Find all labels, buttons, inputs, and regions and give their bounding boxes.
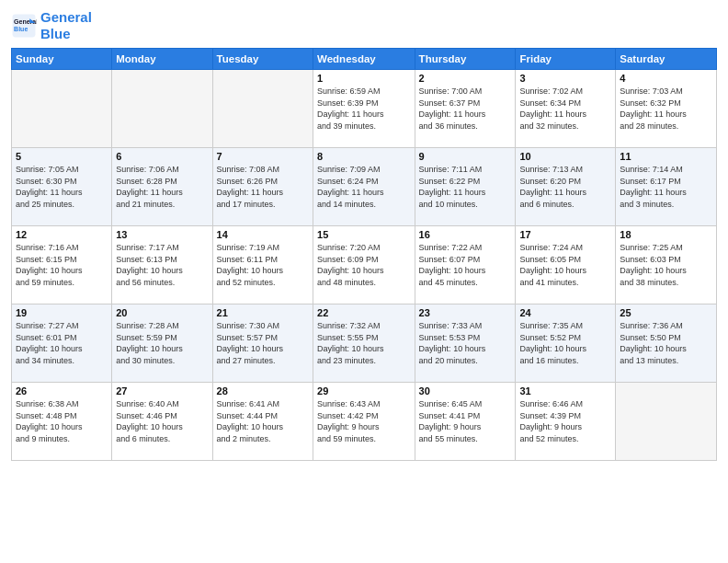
logo: General Blue GeneralBlue	[11, 9, 92, 42]
day-info: Sunrise: 7:25 AM Sunset: 6:03 PM Dayligh…	[620, 242, 712, 288]
day-number: 22	[317, 307, 411, 318]
weekday-header-tuesday: Tuesday	[212, 49, 313, 70]
day-info: Sunrise: 7:36 AM Sunset: 5:50 PM Dayligh…	[620, 320, 712, 366]
day-number: 4	[620, 73, 712, 84]
day-number: 17	[519, 229, 611, 240]
calendar-cell	[212, 70, 313, 148]
day-info: Sunrise: 7:06 AM Sunset: 6:28 PM Dayligh…	[116, 164, 208, 210]
day-info: Sunrise: 6:41 AM Sunset: 4:44 PM Dayligh…	[217, 398, 309, 444]
calendar-week-1: 1Sunrise: 6:59 AM Sunset: 6:39 PM Daylig…	[12, 70, 717, 148]
day-number: 12	[16, 229, 108, 240]
day-info: Sunrise: 6:45 AM Sunset: 4:41 PM Dayligh…	[419, 398, 512, 444]
day-number: 19	[16, 307, 108, 318]
day-info: Sunrise: 7:09 AM Sunset: 6:24 PM Dayligh…	[317, 164, 411, 210]
day-info: Sunrise: 7:14 AM Sunset: 6:17 PM Dayligh…	[620, 164, 712, 210]
calendar-cell: 11Sunrise: 7:14 AM Sunset: 6:17 PM Dayli…	[616, 148, 717, 226]
calendar-cell: 22Sunrise: 7:32 AM Sunset: 5:55 PM Dayli…	[313, 304, 415, 383]
day-info: Sunrise: 7:11 AM Sunset: 6:22 PM Dayligh…	[419, 164, 512, 210]
calendar-cell	[112, 70, 212, 148]
day-number: 20	[116, 307, 208, 318]
calendar-cell: 6Sunrise: 7:06 AM Sunset: 6:28 PM Daylig…	[112, 148, 212, 226]
calendar-cell: 7Sunrise: 7:08 AM Sunset: 6:26 PM Daylig…	[212, 148, 313, 226]
calendar-cell: 14Sunrise: 7:19 AM Sunset: 6:11 PM Dayli…	[212, 226, 313, 304]
day-info: Sunrise: 6:59 AM Sunset: 6:39 PM Dayligh…	[317, 86, 411, 132]
day-number: 29	[317, 385, 411, 396]
day-number: 13	[116, 229, 208, 240]
day-number: 16	[419, 229, 512, 240]
calendar-cell: 5Sunrise: 7:05 AM Sunset: 6:30 PM Daylig…	[12, 148, 112, 226]
day-info: Sunrise: 7:03 AM Sunset: 6:32 PM Dayligh…	[620, 86, 712, 132]
day-info: Sunrise: 7:35 AM Sunset: 5:52 PM Dayligh…	[519, 320, 611, 366]
day-number: 5	[16, 151, 108, 162]
calendar-cell: 12Sunrise: 7:16 AM Sunset: 6:15 PM Dayli…	[12, 226, 112, 304]
calendar-cell: 4Sunrise: 7:03 AM Sunset: 6:32 PM Daylig…	[616, 70, 717, 148]
calendar-week-3: 12Sunrise: 7:16 AM Sunset: 6:15 PM Dayli…	[12, 226, 717, 304]
day-number: 6	[116, 151, 208, 162]
day-info: Sunrise: 7:19 AM Sunset: 6:11 PM Dayligh…	[217, 242, 309, 288]
calendar-cell: 29Sunrise: 6:43 AM Sunset: 4:42 PM Dayli…	[313, 383, 415, 461]
day-info: Sunrise: 7:13 AM Sunset: 6:20 PM Dayligh…	[519, 164, 611, 210]
day-info: Sunrise: 6:40 AM Sunset: 4:46 PM Dayligh…	[116, 398, 208, 444]
day-number: 27	[116, 385, 208, 396]
calendar-table: SundayMondayTuesdayWednesdayThursdayFrid…	[11, 48, 717, 461]
calendar-week-5: 26Sunrise: 6:38 AM Sunset: 4:48 PM Dayli…	[12, 383, 717, 461]
day-number: 14	[217, 229, 309, 240]
day-number: 18	[620, 229, 712, 240]
day-number: 15	[317, 229, 411, 240]
calendar-cell: 31Sunrise: 6:46 AM Sunset: 4:39 PM Dayli…	[516, 383, 616, 461]
day-number: 10	[519, 151, 611, 162]
day-number: 21	[217, 307, 309, 318]
day-info: Sunrise: 7:32 AM Sunset: 5:55 PM Dayligh…	[317, 320, 411, 366]
calendar-cell: 23Sunrise: 7:33 AM Sunset: 5:53 PM Dayli…	[415, 304, 516, 383]
header: General Blue GeneralBlue	[11, 9, 717, 42]
day-info: Sunrise: 7:33 AM Sunset: 5:53 PM Dayligh…	[419, 320, 512, 366]
day-info: Sunrise: 7:27 AM Sunset: 6:01 PM Dayligh…	[16, 320, 108, 366]
day-info: Sunrise: 7:05 AM Sunset: 6:30 PM Dayligh…	[16, 164, 108, 210]
calendar-cell: 24Sunrise: 7:35 AM Sunset: 5:52 PM Dayli…	[516, 304, 616, 383]
day-info: Sunrise: 7:17 AM Sunset: 6:13 PM Dayligh…	[116, 242, 208, 288]
logo-icon: General Blue	[11, 13, 37, 39]
svg-text:Blue: Blue	[14, 26, 28, 32]
calendar-cell: 10Sunrise: 7:13 AM Sunset: 6:20 PM Dayli…	[516, 148, 616, 226]
day-number: 11	[620, 151, 712, 162]
weekday-header-friday: Friday	[516, 49, 616, 70]
day-info: Sunrise: 7:20 AM Sunset: 6:09 PM Dayligh…	[317, 242, 411, 288]
calendar-cell: 3Sunrise: 7:02 AM Sunset: 6:34 PM Daylig…	[516, 70, 616, 148]
calendar-cell: 9Sunrise: 7:11 AM Sunset: 6:22 PM Daylig…	[415, 148, 516, 226]
calendar-cell: 21Sunrise: 7:30 AM Sunset: 5:57 PM Dayli…	[212, 304, 313, 383]
day-info: Sunrise: 7:30 AM Sunset: 5:57 PM Dayligh…	[217, 320, 309, 366]
calendar-cell: 2Sunrise: 7:00 AM Sunset: 6:37 PM Daylig…	[415, 70, 516, 148]
day-info: Sunrise: 7:28 AM Sunset: 5:59 PM Dayligh…	[116, 320, 208, 366]
day-info: Sunrise: 7:08 AM Sunset: 6:26 PM Dayligh…	[217, 164, 309, 210]
day-number: 25	[620, 307, 712, 318]
weekday-header-monday: Monday	[112, 49, 212, 70]
day-number: 7	[217, 151, 309, 162]
day-info: Sunrise: 7:22 AM Sunset: 6:07 PM Dayligh…	[419, 242, 512, 288]
calendar-cell: 8Sunrise: 7:09 AM Sunset: 6:24 PM Daylig…	[313, 148, 415, 226]
day-info: Sunrise: 7:24 AM Sunset: 6:05 PM Dayligh…	[519, 242, 611, 288]
calendar-cell	[12, 70, 112, 148]
calendar-cell: 16Sunrise: 7:22 AM Sunset: 6:07 PM Dayli…	[415, 226, 516, 304]
calendar-cell: 13Sunrise: 7:17 AM Sunset: 6:13 PM Dayli…	[112, 226, 212, 304]
day-number: 26	[16, 385, 108, 396]
day-number: 2	[419, 73, 512, 84]
calendar-cell: 15Sunrise: 7:20 AM Sunset: 6:09 PM Dayli…	[313, 226, 415, 304]
logo-text: GeneralBlue	[40, 9, 92, 42]
day-info: Sunrise: 6:43 AM Sunset: 4:42 PM Dayligh…	[317, 398, 411, 444]
calendar-cell: 17Sunrise: 7:24 AM Sunset: 6:05 PM Dayli…	[516, 226, 616, 304]
weekday-header-saturday: Saturday	[616, 49, 717, 70]
day-info: Sunrise: 7:02 AM Sunset: 6:34 PM Dayligh…	[519, 86, 611, 132]
calendar-cell: 25Sunrise: 7:36 AM Sunset: 5:50 PM Dayli…	[616, 304, 717, 383]
calendar-cell: 26Sunrise: 6:38 AM Sunset: 4:48 PM Dayli…	[12, 383, 112, 461]
day-info: Sunrise: 7:00 AM Sunset: 6:37 PM Dayligh…	[419, 86, 512, 132]
day-number: 9	[419, 151, 512, 162]
calendar-cell: 27Sunrise: 6:40 AM Sunset: 4:46 PM Dayli…	[112, 383, 212, 461]
day-number: 30	[419, 385, 512, 396]
calendar-cell: 28Sunrise: 6:41 AM Sunset: 4:44 PM Dayli…	[212, 383, 313, 461]
calendar-cell: 18Sunrise: 7:25 AM Sunset: 6:03 PM Dayli…	[616, 226, 717, 304]
day-info: Sunrise: 7:16 AM Sunset: 6:15 PM Dayligh…	[16, 242, 108, 288]
day-info: Sunrise: 6:38 AM Sunset: 4:48 PM Dayligh…	[16, 398, 108, 444]
weekday-header-thursday: Thursday	[415, 49, 516, 70]
weekday-header-row: SundayMondayTuesdayWednesdayThursdayFrid…	[12, 49, 717, 70]
day-number: 24	[519, 307, 611, 318]
